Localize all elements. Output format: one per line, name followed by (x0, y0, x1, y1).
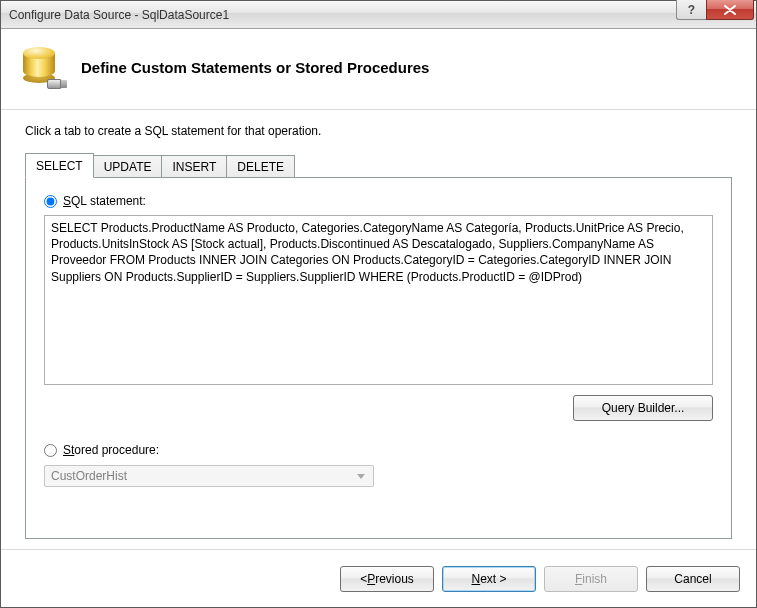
help-icon: ? (688, 3, 695, 17)
tab-delete[interactable]: DELETE (226, 155, 295, 178)
titlebar-buttons: ? (676, 1, 754, 28)
content-area: Click a tab to create a SQL statement fo… (1, 110, 756, 549)
tab-insert-label: INSERT (172, 160, 216, 174)
tab-select[interactable]: SELECT (25, 153, 94, 178)
stored-procedure-select: CustOrderHist (44, 465, 374, 487)
previous-button[interactable]: < Previous (340, 566, 434, 592)
finish-button: Finish (544, 566, 638, 592)
close-icon (724, 5, 736, 15)
stored-procedure-radio[interactable] (44, 444, 57, 457)
cancel-button[interactable]: Cancel (646, 566, 740, 592)
instruction-text: Click a tab to create a SQL statement fo… (25, 124, 732, 138)
cancel-label: Cancel (674, 572, 711, 586)
titlebar: Configure Data Source - SqlDataSource1 ? (1, 1, 756, 29)
database-icon (19, 43, 67, 91)
dialog-window: Configure Data Source - SqlDataSource1 ? (0, 0, 757, 608)
sql-statement-radio[interactable] (44, 195, 57, 208)
query-builder-label: Query Builder... (602, 401, 685, 415)
tab-pane-select: SQL statement: Query Builder... Stored p… (25, 177, 732, 539)
query-builder-button[interactable]: Query Builder... (573, 395, 713, 421)
next-button[interactable]: Next > (442, 566, 536, 592)
sql-statement-option: SQL statement: (44, 194, 713, 208)
close-button[interactable] (706, 0, 754, 20)
sql-statement-label: SQL statement: (63, 194, 146, 208)
sql-statement-textarea[interactable] (44, 215, 713, 385)
footer-buttons: < Previous Next > Finish Cancel (1, 549, 756, 607)
tab-delete-label: DELETE (237, 160, 284, 174)
tab-update-label: UPDATE (104, 160, 152, 174)
stored-procedure-option: Stored procedure: (44, 443, 713, 457)
stored-procedure-value: CustOrderHist (51, 469, 127, 483)
client-area: Define Custom Statements or Stored Proce… (1, 29, 756, 607)
tab-insert[interactable]: INSERT (161, 155, 227, 178)
page-title: Define Custom Statements or Stored Proce… (81, 59, 429, 76)
window-title: Configure Data Source - SqlDataSource1 (1, 8, 676, 22)
wizard-header: Define Custom Statements or Stored Proce… (1, 29, 756, 110)
query-builder-row: Query Builder... (44, 395, 713, 421)
tabstrip: SELECT UPDATE INSERT DELETE (25, 152, 732, 177)
help-button[interactable]: ? (676, 0, 706, 20)
stored-procedure-label: Stored procedure: (63, 443, 159, 457)
tab-update[interactable]: UPDATE (93, 155, 163, 178)
tab-select-label: SELECT (36, 159, 83, 173)
